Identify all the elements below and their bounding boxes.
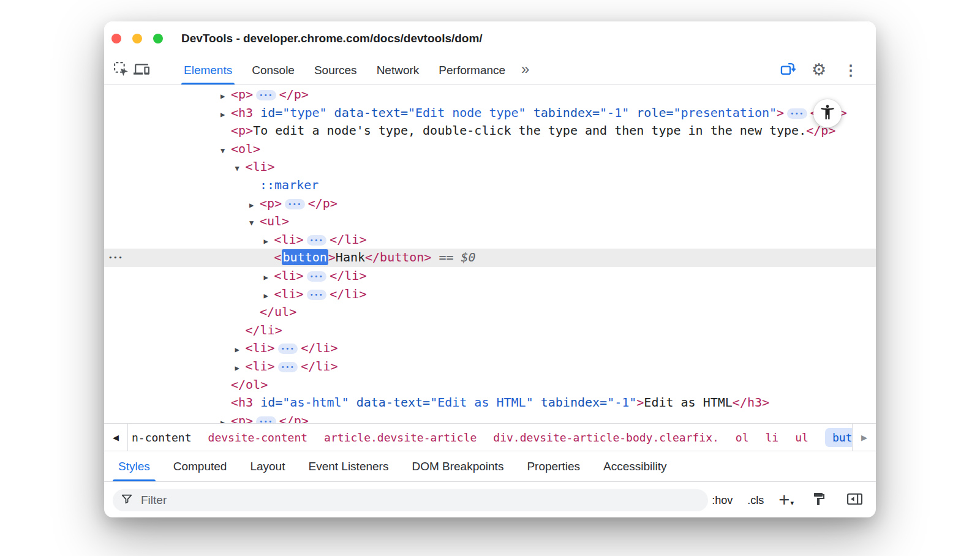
styles-tab-layout[interactable]: Layout: [238, 451, 296, 481]
code-token: <: [274, 250, 282, 265]
code-token: <h3: [231, 105, 253, 120]
window-title: DevTools - developer.chrome.com/docs/dev…: [181, 32, 483, 45]
inline-expand-icon[interactable]: •••: [285, 199, 305, 209]
close-window-button[interactable]: [111, 34, 121, 43]
toggle-element-classes-button[interactable]: .cls: [747, 494, 764, 507]
dom-node-line[interactable]: ▶<li>•••</li>: [104, 285, 876, 304]
inline-expand-icon[interactable]: •••: [307, 271, 327, 282]
code-token: tabindex=: [533, 395, 607, 410]
code-token: tabindex=: [526, 105, 600, 120]
code-token: <p>: [260, 196, 282, 211]
code-token: <ol>: [231, 141, 260, 156]
accessibility-fab[interactable]: [813, 99, 842, 127]
code-token: <ul>: [260, 214, 289, 228]
code-token: </ul>: [260, 304, 296, 319]
tab-elements[interactable]: Elements: [174, 56, 242, 85]
tab-sources[interactable]: Sources: [304, 56, 367, 85]
breadcrumb-item-div-devsite-article-body-clearfix-[interactable]: div.devsite-article-body.clearfix.: [493, 431, 718, 444]
tab-console[interactable]: Console: [242, 56, 304, 85]
settings-button[interactable]: ⚙: [809, 60, 829, 81]
inline-expand-icon[interactable]: •••: [278, 344, 298, 354]
breadcrumb-item-ul[interactable]: ul: [795, 431, 809, 444]
rendering-paint-button[interactable]: [809, 490, 829, 511]
expand-arrow-icon[interactable]: ▶: [264, 287, 274, 306]
inspect-element-button[interactable]: [110, 60, 131, 81]
node-menu-icon[interactable]: •••: [108, 249, 123, 267]
dom-node-line[interactable]: ▼<li>: [104, 158, 876, 176]
expand-arrow-icon[interactable]: ▶: [264, 269, 274, 287]
expand-arrow-icon[interactable]: ▶: [235, 359, 246, 378]
dom-node-line[interactable]: </li>: [104, 321, 876, 340]
expand-arrow-icon[interactable]: ▶: [221, 414, 231, 423]
breadcrumb-item-li[interactable]: li: [766, 431, 779, 444]
expand-arrow-icon[interactable]: ▶: [221, 88, 231, 106]
code-token: </p>: [279, 413, 309, 423]
styles-tab-properties[interactable]: Properties: [515, 451, 592, 481]
dom-node-line[interactable]: <p>To edit a node's type, double-click t…: [104, 122, 876, 140]
dom-node-line[interactable]: <h3 id="as-html" data-text="Edit as HTML…: [104, 394, 876, 412]
dom-node-line[interactable]: ▶<li>•••</li>: [104, 358, 876, 376]
dom-node-line[interactable]: ▼<ol>: [104, 140, 876, 159]
toggle-sidebar-button[interactable]: [844, 490, 865, 511]
dom-node-line[interactable]: ▶<h3 id="type" data-text="Edit node type…: [104, 104, 876, 122]
dom-node-line[interactable]: ::marker: [104, 176, 876, 195]
breadcrumb-item-button[interactable]: button: [825, 428, 852, 447]
dom-node-line[interactable]: •••<button>Hank</button> == $0: [104, 249, 876, 267]
breadcrumb-item-ol[interactable]: ol: [736, 431, 749, 444]
dom-node-line[interactable]: ▶<li>•••</li>: [104, 267, 876, 285]
dom-node-line[interactable]: ▶<p>•••</p>: [104, 86, 876, 104]
breadcrumb-item-article-devsite-article[interactable]: article.devsite-article: [324, 431, 477, 444]
styles-tab-styles[interactable]: Styles: [107, 451, 162, 481]
filter-funnel-icon: [120, 492, 134, 508]
breadcrumb-scroll-left-button[interactable]: ◀: [104, 424, 128, 451]
tab-network[interactable]: Network: [367, 56, 429, 85]
inline-expand-icon[interactable]: •••: [278, 362, 298, 372]
code-token: <li>: [246, 159, 275, 174]
tab-performance[interactable]: Performance: [429, 56, 515, 85]
collapse-arrow-icon[interactable]: ▼: [249, 214, 260, 233]
collapse-arrow-icon[interactable]: ▼: [235, 160, 246, 178]
dom-node-line[interactable]: ▼<ul>: [104, 212, 876, 231]
inline-expand-icon[interactable]: •••: [307, 235, 327, 246]
new-style-rule-button[interactable]: + ▾: [778, 494, 794, 507]
inline-expand-icon[interactable]: •••: [256, 416, 276, 423]
toolbar-right-icons: ⚙ ⋮: [777, 60, 861, 81]
inline-expand-icon[interactable]: •••: [256, 90, 276, 100]
expand-arrow-icon[interactable]: ▶: [249, 197, 260, 215]
inline-expand-icon[interactable]: •••: [787, 108, 807, 119]
dom-node-line[interactable]: </ol>: [104, 376, 876, 394]
filter-input-wrap: [113, 489, 708, 511]
styles-tab-computed[interactable]: Computed: [162, 451, 239, 481]
dom-node-line[interactable]: </ul>: [104, 303, 876, 321]
inline-expand-icon[interactable]: •••: [307, 290, 327, 300]
code-token: </li>: [301, 340, 337, 355]
collapse-arrow-icon[interactable]: ▼: [221, 142, 231, 160]
expand-arrow-icon[interactable]: ▶: [264, 233, 274, 251]
screencast-button[interactable]: [777, 60, 797, 81]
expand-arrow-icon[interactable]: ▶: [221, 106, 231, 124]
code-token: >: [777, 105, 784, 120]
expand-arrow-icon[interactable]: ▶: [235, 341, 246, 359]
dom-node-line[interactable]: ▶<p>•••</p>: [104, 195, 876, 213]
styles-tab-accessibility[interactable]: Accessibility: [592, 451, 678, 481]
minimize-window-button[interactable]: [132, 34, 142, 43]
breadcrumb-item-devsite-content[interactable]: devsite-content: [208, 431, 308, 444]
styles-filter-input[interactable]: [140, 493, 701, 508]
dom-node-line[interactable]: ▶<li>•••</li>: [104, 231, 876, 249]
code-token: </ol>: [231, 377, 268, 392]
styles-tab-event-listeners[interactable]: Event Listeners: [296, 451, 400, 481]
dom-node-line[interactable]: ▶<li>•••</li>: [104, 339, 876, 358]
zoom-window-button[interactable]: [153, 34, 163, 43]
breadcrumb-scroll-right-button[interactable]: ▶: [852, 424, 876, 451]
dom-node-line[interactable]: ▶<p>•••</p>: [104, 412, 876, 423]
more-tabs-button[interactable]: »: [515, 61, 535, 78]
paint-roller-icon: [812, 492, 826, 509]
device-toolbar-button[interactable]: [131, 60, 152, 81]
code-token: Edit as HTML: [644, 395, 733, 410]
code-token: $0: [461, 250, 476, 265]
styles-tab-dom-breakpoints[interactable]: DOM Breakpoints: [400, 451, 515, 481]
breadcrumb-item-n-content[interactable]: n-content: [132, 431, 192, 444]
breadcrumb-bar: ◀ n-contentdevsite-contentarticle.devsit…: [104, 423, 876, 451]
customize-menu-button[interactable]: ⋮: [840, 60, 861, 81]
toggle-element-state-button[interactable]: :hov: [712, 494, 733, 507]
